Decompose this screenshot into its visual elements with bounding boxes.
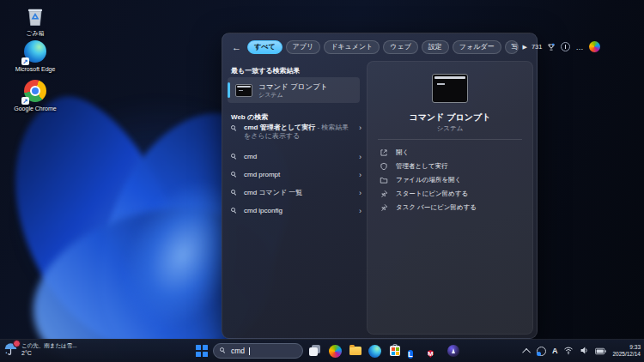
pin-icon [380,190,388,198]
edge-icon: ↗ [23,40,47,64]
web-search-item[interactable]: cmd ipconfig › [228,205,363,217]
admin-shield-icon [380,162,388,171]
web-search-item[interactable]: cmd 管理者として実行 - 検索結果をさらに表示する › [228,122,363,142]
action-pin-to-start[interactable]: スタートにピン留めする [380,187,526,201]
chrome-icon: ↗ [23,80,47,104]
web-item-text: cmd ipconfig [244,207,353,215]
search-icon [231,190,238,196]
search-icon [231,125,238,132]
web-search-header: Web の検索 [231,112,268,122]
weather-umbrella-icon [3,341,18,357]
action-label: タスク バーにピン留めする [396,203,477,212]
chevron-right-icon: › [359,207,361,215]
shortcut-arrow-icon: ↗ [21,57,29,65]
preview-title: コマンド プロンプト [368,112,532,124]
search-icon [231,172,238,178]
wifi-icon[interactable] [563,343,574,359]
best-match-header: 最も一致する検索結果 [231,66,301,75]
open-icon [380,148,388,157]
battery-icon[interactable] [595,343,606,359]
profile-avatar[interactable] [561,42,570,51]
chevron-right-icon: › [359,124,361,132]
tab-folders[interactable]: フォルダー [453,40,501,54]
web-search-item[interactable]: cmd コマンド 一覧 › [228,187,363,199]
desktop-icon-chrome[interactable]: ↗ Google Chrome [12,80,58,112]
cmd-prompt-icon [235,84,252,97]
more-options-icon[interactable]: … [575,43,584,51]
action-pin-to-taskbar[interactable]: タスク バーにピン留めする [380,201,526,214]
start-button[interactable] [196,345,208,357]
edge-taskbar-icon[interactable] [368,345,382,359]
weather-alert-badge [13,340,21,347]
search-icon [220,347,227,354]
web-search-item[interactable]: cmd prompt › [228,169,363,181]
widgets-weather-button[interactable]: この先、雨または雪... 2°C [3,341,77,357]
copilot-icon[interactable] [589,41,600,52]
web-search-item[interactable]: cmd › [228,151,363,163]
desktop: ごみ箱 ↗ Microsoft Edge ↗ Google Chrome ← す… [0,0,644,362]
chevron-right-icon: › [359,153,361,161]
tray-date: 2025/12/14 [612,351,641,358]
text-cursor [249,347,250,355]
tab-photos-truncated[interactable]: 写 [505,40,519,54]
preview-pane: コマンド プロンプト システム 開く 管理者として実行 ファイルの場所を開く ス… [367,61,533,335]
tab-settings[interactable]: 設定 [422,40,449,54]
tray-time: 9:33 [612,344,641,351]
more-tabs-icon[interactable]: ▶ [522,44,528,51]
weather-temperature: 2°C [21,349,77,357]
a-app-icon[interactable] [447,345,461,359]
taskbar: この先、雨または雪... 2°C cmd L M [0,339,644,362]
folder-icon [380,176,388,184]
web-item-text: cmd prompt [244,171,353,179]
tab-apps[interactable]: アプリ [286,40,321,54]
tray-sync-icon[interactable] [537,347,546,356]
desktop-icon-label: Google Chrome [12,106,58,112]
web-item-text: cmd 管理者として実行 [244,124,315,131]
tray-overflow-chevron-icon[interactable] [522,347,531,356]
result-subtitle: システム [258,91,328,99]
result-title: コマンド プロンプト [258,82,328,91]
action-open-file-location[interactable]: ファイルの場所を開く [380,173,526,187]
action-label: ファイルの場所を開く [396,176,461,184]
search-icon [231,208,238,214]
desktop-icon-label: ごみ箱 [12,30,58,37]
action-label: 開く [396,148,409,157]
mcafee-icon[interactable]: M [428,344,441,358]
chevron-right-icon: › [359,171,361,179]
best-match-result[interactable]: コマンド プロンプト システム [228,77,360,103]
shortcut-arrow-icon: ↗ [21,97,29,105]
rewards-points[interactable]: 731 [532,43,543,51]
desktop-icon-recycle-bin[interactable]: ごみ箱 [12,4,58,37]
chevron-right-icon: › [359,189,361,197]
ime-indicator[interactable]: A [552,347,558,355]
tab-all[interactable]: すべて [247,40,283,54]
l-app-icon[interactable]: L [408,345,422,359]
action-label: スタートにピン留めする [396,190,468,198]
copilot-taskbar-icon[interactable] [329,345,343,359]
search-panel: ← すべて アプリ ドキュメント ウェブ 設定 フォルダー 写 ▶ 731 … [222,33,538,339]
weather-headline: この先、雨または雪... [21,342,77,349]
back-icon[interactable]: ← [229,42,244,52]
web-item-text: cmd [244,153,353,161]
tab-web[interactable]: ウェブ [383,40,418,54]
system-tray: A 9:33 [525,340,641,362]
recycle-bin-icon [23,4,47,28]
volume-icon[interactable] [580,343,589,359]
taskbar-search-box[interactable]: cmd [213,343,303,359]
action-run-as-admin[interactable]: 管理者として実行 [380,160,526,173]
desktop-icon-label: Microsoft Edge [12,66,58,73]
pin-icon [380,203,388,212]
divider [378,139,522,140]
desktop-icon-edge[interactable]: ↗ Microsoft Edge [12,40,58,73]
tab-documents[interactable]: ドキュメント [324,40,380,54]
file-explorer-icon[interactable] [349,344,362,358]
task-view-button[interactable] [309,344,323,358]
cmd-prompt-icon-large [432,74,468,103]
clock[interactable]: 9:33 2025/12/14 [612,344,641,358]
microsoft-store-icon[interactable] [388,344,402,358]
search-panel-header: ← すべて アプリ ドキュメント ウェブ 設定 フォルダー 写 ▶ 731 … [229,38,530,56]
search-icon [231,154,238,160]
action-open[interactable]: 開く [380,146,526,160]
preview-subtitle: システム [368,124,532,133]
rewards-trophy-icon[interactable] [547,39,556,55]
